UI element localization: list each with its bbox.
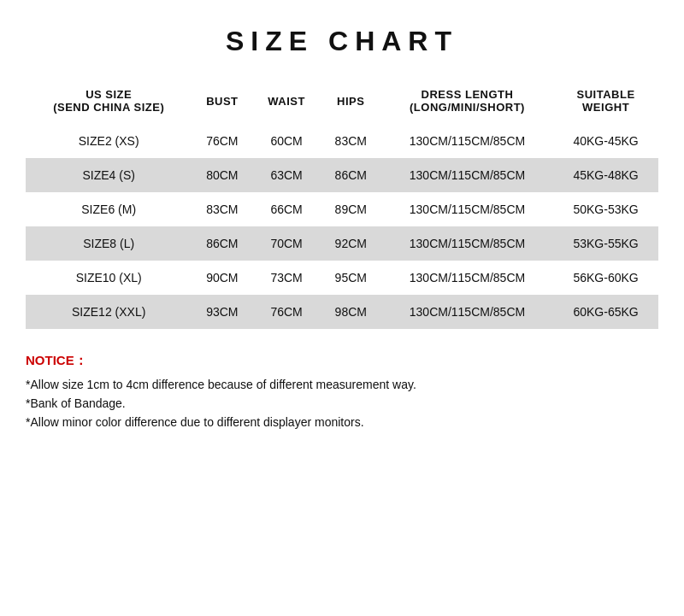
table-cell: SIZE4 (S) [26,158,192,192]
table-row: SIZE4 (S)80CM63CM86CM130CM/115CM/85CM45K… [26,158,658,192]
col-header-dress-length: DRESS LENGTH (LONG/MINI/SHORT) [381,78,553,124]
table-cell: 73CM [252,261,320,295]
table-cell: 83CM [321,124,381,158]
col-header-hips: HIPS [321,78,381,124]
notice-item: *Allow minor color difference due to dif… [26,415,658,429]
table-cell: 130CM/115CM/85CM [381,158,553,192]
table-cell: 76CM [252,295,320,329]
table-cell: SIZE10 (XL) [26,261,192,295]
table-cell: 98CM [321,295,381,329]
col-header-weight: SUITABLE WEIGHT [553,78,658,124]
table-row: SIZE12 (XXL)93CM76CM98CM130CM/115CM/85CM… [26,295,658,329]
table-cell: 92CM [321,226,381,261]
table-cell: 40KG-45KG [553,124,658,158]
table-header-row: US SIZE (SEND CHINA SIZE) BUST WAIST HIP… [26,78,658,124]
notice-item: *Allow size 1cm to 4cm difference becaus… [26,378,658,391]
table-cell: 89CM [321,192,381,226]
table-cell: SIZE12 (XXL) [26,295,192,329]
notice-label: NOTICE： [26,353,658,369]
table-cell: 130CM/115CM/85CM [381,261,553,295]
table-cell: SIZE6 (M) [26,192,192,226]
col-header-size: US SIZE (SEND CHINA SIZE) [26,78,192,124]
table-cell: 130CM/115CM/85CM [381,192,553,226]
table-cell: 76CM [192,124,252,158]
table-cell: 80CM [192,158,252,192]
table-cell: 95CM [321,261,381,295]
col-header-waist: WAIST [252,78,320,124]
table-cell: 90CM [192,261,252,295]
table-cell: 53KG-55KG [553,226,658,261]
table-row: SIZE6 (M)83CM66CM89CM130CM/115CM/85CM50K… [26,192,658,226]
table-row: SIZE10 (XL)90CM73CM95CM130CM/115CM/85CM5… [26,261,658,295]
table-cell: 56KG-60KG [553,261,658,295]
table-cell: SIZE2 (XS) [26,124,192,158]
table-cell: 63CM [252,158,320,192]
page-title: SIZE CHART [26,17,658,57]
table-row: SIZE8 (L)86CM70CM92CM130CM/115CM/85CM53K… [26,226,658,261]
table-cell: 45KG-48KG [553,158,658,192]
table-cell: 70CM [252,226,320,261]
table-cell: SIZE8 (L) [26,226,192,261]
table-cell: 86CM [192,226,252,261]
table-cell: 83CM [192,192,252,226]
notice-section: NOTICE： *Allow size 1cm to 4cm differenc… [26,353,658,429]
table-cell: 86CM [321,158,381,192]
table-cell: 50KG-53KG [553,192,658,226]
table-cell: 60CM [252,124,320,158]
col-header-bust: BUST [192,78,252,124]
table-cell: 130CM/115CM/85CM [381,226,553,261]
table-row: SIZE2 (XS)76CM60CM83CM130CM/115CM/85CM40… [26,124,658,158]
table-cell: 93CM [192,295,252,329]
table-cell: 130CM/115CM/85CM [381,295,553,329]
table-cell: 130CM/115CM/85CM [381,124,553,158]
table-cell: 60KG-65KG [553,295,658,329]
size-chart-table: US SIZE (SEND CHINA SIZE) BUST WAIST HIP… [26,78,658,329]
table-cell: 66CM [252,192,320,226]
notice-item: *Bank of Bandage. [26,396,658,410]
